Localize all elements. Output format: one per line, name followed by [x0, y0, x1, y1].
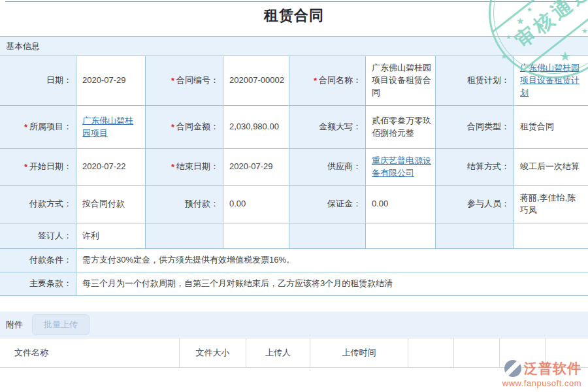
empty-label-cell	[146, 223, 223, 248]
table-row: *所属项目： 广东佛山碧桂园项目 *合同金额： 2,030,980.00 金额大…	[0, 106, 588, 149]
field-signer-value: 许利	[76, 223, 146, 248]
field-contract-type-label: 合同类型：	[436, 106, 514, 148]
field-contract-name-label: *合同名称：	[289, 56, 366, 105]
field-amount-words-value: 贰佰零叁万零玖佰捌拾元整	[366, 106, 436, 148]
field-supplier-label: 供应商：	[289, 149, 366, 185]
field-payment-terms-label: 付款条件：	[0, 249, 76, 272]
field-supplier-value: 重庆艺普电源设备有限公司	[366, 149, 436, 185]
field-deposit-label: 保证金：	[289, 186, 366, 223]
field-date-value: 2020-07-29	[76, 56, 146, 105]
page-title: 租赁合同	[0, 6, 588, 25]
field-end-date-label: *结束日期：	[146, 149, 223, 185]
field-contract-name-value: 广东佛山碧桂园项目设备租赁合同	[366, 56, 436, 105]
field-deposit-value: 0.00	[366, 186, 436, 223]
main-clauses-row: 主要条款： 每三个月为一个付款周期，自第三个月对账结束后，乙方应该将3个月的租赁…	[0, 272, 588, 296]
field-settlement-label: 结算方式：	[436, 149, 514, 185]
table-row: 日期： 2020-07-29 *合同编号： 202007-00002 *合同名称…	[0, 56, 588, 106]
empty-value-cell	[366, 223, 436, 248]
field-payment-method-label: 付款方式：	[0, 186, 76, 223]
empty-value-cell	[223, 223, 289, 248]
field-prepayment-value: 0.00	[223, 186, 289, 223]
payment-terms-row: 付款条件： 需方支付30%定金，供方须先提供有效增值税发票16%。	[0, 249, 588, 272]
fanpu-brand: 泛普软件	[524, 359, 581, 378]
field-start-date-label: *开始日期：	[0, 149, 76, 185]
field-project-label: *所属项目：	[0, 106, 76, 148]
field-date-label: 日期：	[0, 56, 76, 105]
basic-info-title: 基本信息	[6, 41, 40, 52]
field-contract-no-value: 202007-00002	[223, 56, 289, 105]
attachments-title: 附件	[6, 319, 23, 331]
field-contract-no-label: *合同编号：	[146, 56, 223, 105]
attachments-table: 文件名称 文件大小 上传人 上传时间	[0, 338, 588, 368]
field-project-value: 广东佛山碧桂园项目	[76, 106, 146, 148]
upload-time-header: 上传时间	[310, 338, 408, 367]
field-main-clauses-value: 每三个月为一个付款周期，自第三个月对账结束后，乙方应该将3个月的租赁款结清	[76, 272, 588, 295]
empty-value-cell	[514, 223, 588, 248]
field-amount-value: 2,030,980.00	[223, 106, 289, 148]
supplier-link[interactable]: 重庆艺普电源设备有限公司	[372, 155, 431, 180]
footer-branding: 泛普软件 www.fanpusoft.com	[502, 359, 581, 388]
field-participants-label: 参与人员：	[436, 186, 514, 223]
lease-plan-link[interactable]: 广东佛山碧桂园项目设备租赁计划	[520, 62, 584, 99]
field-payment-method-value: 按合同付款	[76, 186, 146, 223]
field-main-clauses-label: 主要条款：	[0, 272, 76, 295]
section-basic-info-header: 基本信息	[0, 36, 588, 56]
attachments-section-header: 附件 批量上传	[0, 312, 588, 338]
file-size-header: 文件大小	[180, 338, 246, 367]
field-end-date-value: 2020-07-29	[223, 149, 289, 185]
basic-info-table: 日期： 2020-07-29 *合同编号： 202007-00002 *合同名称…	[0, 56, 588, 296]
file-name-header: 文件名称	[0, 338, 180, 367]
empty-label-cell	[289, 223, 366, 248]
field-prepayment-label: 预付款：	[146, 186, 223, 223]
empty-label-cell	[436, 223, 514, 248]
field-amount-words-label: 金额大写：	[289, 106, 366, 148]
field-signer-label: 签订人：	[0, 223, 76, 248]
field-amount-label: *合同金额：	[146, 106, 223, 148]
field-payment-terms-value: 需方支付30%定金，供方须先提供有效增值税发票16%。	[76, 249, 588, 272]
field-start-date-value: 2020-07-22	[76, 149, 146, 185]
field-settlement-value: 竣工后一次结算	[514, 149, 588, 185]
fanpu-logo-icon	[504, 360, 521, 377]
attachments-table-header: 文件名称 文件大小 上传人 上传时间	[0, 338, 588, 367]
stamp-star-icon: ★	[581, 27, 588, 35]
table-row: 签订人： 许利	[0, 223, 588, 249]
table-row: 付款方式： 按合同付款 预付款： 0.00 保证金： 0.00 参与人员： 蒋丽…	[0, 186, 588, 223]
table-row: *开始日期： 2020-07-22 *结束日期： 2020-07-29 供应商：…	[0, 149, 588, 186]
empty-header-cell	[454, 338, 500, 367]
empty-header-cell	[408, 338, 454, 367]
project-link[interactable]: 广东佛山碧桂园项目	[82, 115, 141, 140]
field-contract-type-value: 租赁合同	[514, 106, 588, 148]
field-participants-value: 蒋丽,李佳怡,陈巧凤	[514, 186, 588, 223]
top-divider	[5, 1, 583, 2]
uploader-header: 上传人	[246, 338, 310, 367]
field-lease-plan-label: 租赁计划：	[436, 56, 514, 105]
field-lease-plan-value: 广东佛山碧桂园项目设备租赁计划	[514, 56, 588, 105]
fanpu-website: www.fanpusoft.com	[502, 378, 581, 388]
batch-upload-button[interactable]: 批量上传	[32, 314, 90, 335]
